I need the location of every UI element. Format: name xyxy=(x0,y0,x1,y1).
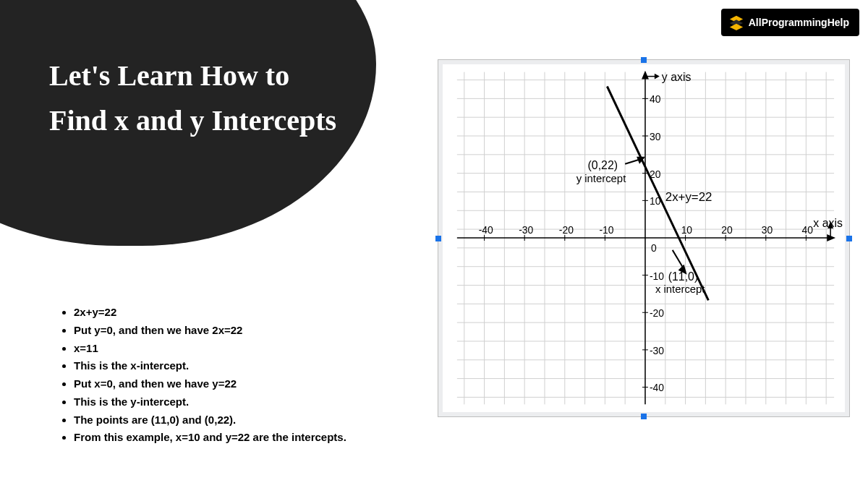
svg-text:-10: -10 xyxy=(599,224,613,236)
svg-marker-43 xyxy=(827,234,835,241)
list-item: 2x+y=22 xyxy=(74,304,346,322)
list-item: From this example, x=10 and y=22 are the… xyxy=(74,429,346,447)
svg-text:-20: -20 xyxy=(650,307,664,319)
svg-text:-40: -40 xyxy=(479,224,493,236)
selection-handle[interactable] xyxy=(641,57,647,63)
coordinate-plot: -40 -30 -20 -10 10 20 30 40 40 30 20 10 … xyxy=(443,64,845,412)
x-intercept-text: x intercept xyxy=(655,283,705,295)
y-intercept-text: y intercept xyxy=(576,173,626,184)
y-axis-label: y axis xyxy=(662,71,692,83)
svg-text:30: 30 xyxy=(650,131,661,142)
svg-text:-20: -20 xyxy=(559,224,574,236)
graph-plot: -40 -30 -20 -10 10 20 30 40 40 30 20 10 … xyxy=(443,64,845,412)
svg-marker-82 xyxy=(655,74,660,80)
svg-text:10: 10 xyxy=(681,224,693,236)
equation-label: 2x+y=22 xyxy=(665,190,712,204)
layers-icon xyxy=(728,14,744,30)
list-item: The points are (11,0) and (0,22). xyxy=(74,411,346,429)
brand-name: AllProgrammingHelp xyxy=(749,17,849,28)
svg-text:40: 40 xyxy=(650,93,661,105)
graph-container[interactable]: -40 -30 -20 -10 10 20 30 40 40 30 20 10 … xyxy=(438,59,850,417)
brand-logo: AllProgrammingHelp xyxy=(721,9,859,36)
x-axis-label: x axis xyxy=(813,217,843,229)
svg-text:-30: -30 xyxy=(650,345,664,356)
list-item: Put y=0, and then we have 2x=22 xyxy=(74,322,346,340)
svg-marker-42 xyxy=(642,71,649,80)
svg-text:-30: -30 xyxy=(519,224,533,236)
selection-handle[interactable] xyxy=(641,414,647,419)
page-title: Let's Learn How to Find x and y Intercep… xyxy=(49,53,339,143)
svg-text:20: 20 xyxy=(721,224,733,236)
list-item: This is the y-intercept. xyxy=(74,393,346,411)
x-intercept-point: (11,0) xyxy=(668,270,698,283)
svg-text:30: 30 xyxy=(762,224,773,236)
selection-handle[interactable] xyxy=(435,236,441,241)
selection-handle[interactable] xyxy=(846,236,852,241)
svg-text:40: 40 xyxy=(801,224,813,236)
svg-marker-2 xyxy=(730,24,743,30)
steps-list: 2x+y=22 Put y=0, and then we have 2x=22 … xyxy=(74,304,346,447)
svg-text:-10: -10 xyxy=(650,270,664,282)
list-item: x=11 xyxy=(74,340,346,358)
list-item: Put x=0, and then we have y=22 xyxy=(74,375,346,393)
svg-text:-40: -40 xyxy=(650,382,664,393)
list-item: This is the x-intercept. xyxy=(74,357,346,375)
y-intercept-point: (0,22) xyxy=(588,159,618,171)
svg-text:0: 0 xyxy=(651,242,657,254)
